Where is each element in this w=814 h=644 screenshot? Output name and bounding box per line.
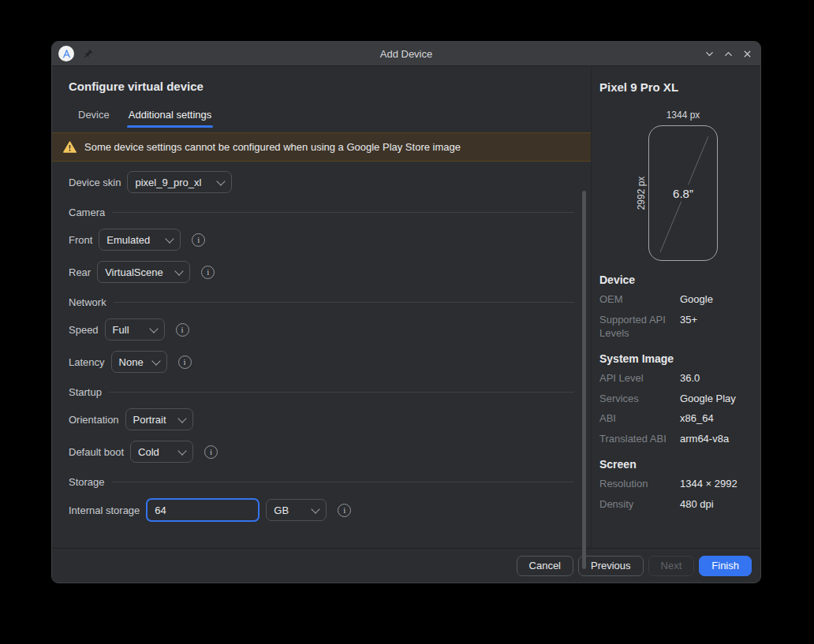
info-value: Google bbox=[680, 293, 752, 307]
info-label: ABI bbox=[599, 412, 678, 426]
internal-storage-label: Internal storage bbox=[69, 504, 140, 516]
section-divider bbox=[114, 302, 574, 303]
tab-additional-settings[interactable]: Additional settings bbox=[129, 109, 212, 128]
system-image-grid: API Level 36.0 Services Google Play ABI … bbox=[599, 372, 752, 447]
add-device-dialog: Add Device Configure virtual device Devi… bbox=[51, 41, 761, 583]
info-value: x86_64 bbox=[680, 412, 752, 426]
front-camera-select[interactable]: Emulated bbox=[99, 229, 181, 251]
storage-unit-value: GB bbox=[274, 504, 289, 516]
info-label: Supported API Levels bbox=[599, 314, 678, 341]
device-skin-row: Device skin pixel_9_pro_xl bbox=[69, 171, 575, 193]
close-icon[interactable] bbox=[741, 48, 753, 60]
phone-diagram: 1344 px 2992 px 6.8” bbox=[648, 125, 718, 261]
info-label: Services bbox=[599, 393, 678, 406]
system-image-title: System Image bbox=[599, 352, 752, 365]
startup-section-header: Startup bbox=[69, 386, 575, 398]
phone-outline: 6.8” bbox=[648, 125, 718, 261]
info-icon[interactable]: i bbox=[201, 266, 215, 279]
diagonal-size-label: 6.8” bbox=[670, 185, 696, 202]
info-label: Translated ABI bbox=[599, 433, 678, 446]
next-button[interactable]: Next bbox=[648, 556, 695, 576]
info-icon[interactable]: i bbox=[204, 445, 218, 459]
network-latency-label: Latency bbox=[69, 356, 105, 368]
settings-pane: Configure virtual device Device Addition… bbox=[52, 66, 592, 548]
finish-button[interactable]: Finish bbox=[699, 556, 752, 576]
info-value: 480 dpi bbox=[680, 498, 752, 512]
info-value: 1344 × 2992 bbox=[680, 478, 752, 491]
chevron-down-icon bbox=[312, 504, 320, 513]
section-divider bbox=[109, 392, 574, 393]
orientation-row: Orientation Portrait bbox=[69, 408, 575, 430]
camera-section-header: Camera bbox=[69, 207, 575, 218]
front-camera-value: Emulated bbox=[106, 234, 150, 246]
network-section-header: Network bbox=[69, 296, 575, 308]
previous-button[interactable]: Previous bbox=[578, 556, 644, 576]
default-boot-select[interactable]: Cold bbox=[130, 441, 193, 463]
storage-section-title: Storage bbox=[69, 476, 105, 488]
orientation-value: Portrait bbox=[133, 414, 166, 426]
camera-section-title: Camera bbox=[69, 207, 105, 218]
startup-section-title: Startup bbox=[69, 386, 102, 398]
screen-height-label: 2992 px bbox=[636, 177, 647, 210]
cancel-button[interactable]: Cancel bbox=[517, 556, 573, 576]
pin-icon[interactable] bbox=[83, 48, 94, 59]
internal-storage-row: Internal storage GB i bbox=[69, 498, 575, 522]
default-boot-value: Cold bbox=[138, 446, 159, 458]
device-info-grid: OEM Google Supported API Levels 35+ bbox=[599, 293, 752, 341]
dialog-footer: Cancel Previous Next Finish bbox=[52, 548, 760, 583]
info-label: Resolution bbox=[599, 478, 678, 491]
window-controls bbox=[704, 42, 753, 65]
info-label: API Level bbox=[599, 372, 678, 385]
chevron-down-icon bbox=[177, 414, 186, 423]
device-preview-pane: Pixel 9 Pro XL 1344 px 2992 px 6.8” Devi… bbox=[592, 66, 760, 548]
internal-storage-input[interactable] bbox=[146, 498, 260, 522]
network-speed-select[interactable]: Full bbox=[105, 318, 165, 341]
tab-device[interactable]: Device bbox=[78, 109, 110, 128]
chevron-down-icon bbox=[166, 234, 174, 243]
screen-info-grid: Resolution 1344 × 2992 Density 480 dpi bbox=[599, 478, 752, 512]
restore-down-icon[interactable] bbox=[704, 48, 715, 60]
warning-icon bbox=[63, 141, 77, 153]
titlebar-left bbox=[58, 42, 94, 65]
info-value: arm64-v8a bbox=[680, 433, 752, 446]
chevron-down-icon bbox=[177, 446, 186, 455]
info-icon[interactable]: i bbox=[192, 233, 205, 247]
orientation-select[interactable]: Portrait bbox=[125, 408, 193, 430]
section-divider bbox=[112, 212, 574, 213]
chevron-down-icon bbox=[175, 266, 184, 275]
page-title: Configure virtual device bbox=[69, 80, 591, 93]
window-title: Add Device bbox=[380, 48, 432, 60]
chevron-down-icon bbox=[149, 324, 158, 333]
tab-bar: Device Additional settings bbox=[78, 109, 591, 128]
storage-unit-select[interactable]: GB bbox=[266, 499, 327, 521]
rear-camera-row: Rear VirtualScene i bbox=[69, 261, 575, 283]
network-latency-row: Latency None i bbox=[69, 351, 575, 373]
network-speed-row: Speed Full i bbox=[69, 318, 575, 341]
chevron-down-icon bbox=[217, 177, 226, 185]
device-skin-label: Device skin bbox=[69, 177, 121, 188]
network-latency-select[interactable]: None bbox=[111, 351, 167, 373]
front-camera-label: Front bbox=[69, 234, 92, 246]
screen-width-label: 1344 px bbox=[648, 110, 718, 121]
vertical-scrollbar[interactable] bbox=[582, 191, 586, 569]
info-icon[interactable]: i bbox=[338, 504, 351, 517]
device-skin-select[interactable]: pixel_9_pro_xl bbox=[127, 171, 232, 193]
device-skin-value: pixel_9_pro_xl bbox=[135, 177, 201, 188]
info-value: 36.0 bbox=[680, 372, 752, 385]
device-info-title: Device bbox=[599, 274, 752, 286]
info-icon[interactable]: i bbox=[176, 323, 189, 337]
rear-camera-select[interactable]: VirtualScene bbox=[97, 261, 190, 283]
front-camera-row: Front Emulated i bbox=[69, 229, 575, 251]
titlebar[interactable]: Add Device bbox=[52, 42, 760, 66]
maximize-icon[interactable] bbox=[723, 48, 734, 60]
warning-banner: Some device settings cannot be configure… bbox=[52, 132, 591, 162]
chevron-down-icon bbox=[151, 356, 160, 365]
section-divider bbox=[112, 482, 574, 482]
orientation-label: Orientation bbox=[69, 414, 119, 426]
info-icon[interactable]: i bbox=[178, 356, 192, 369]
info-label: OEM bbox=[599, 293, 678, 307]
settings-form: Device skin pixel_9_pro_xl Camera Front … bbox=[52, 162, 591, 522]
network-latency-value: None bbox=[119, 356, 144, 368]
rear-camera-value: VirtualScene bbox=[105, 266, 162, 278]
storage-section-header: Storage bbox=[69, 476, 575, 488]
